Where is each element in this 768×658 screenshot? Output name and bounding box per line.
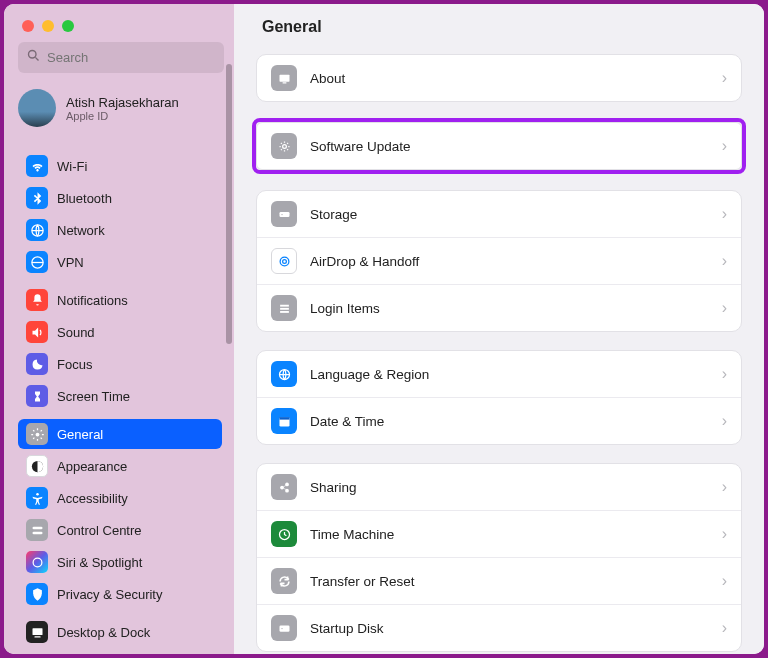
- svg-rect-12: [279, 74, 289, 81]
- svg-rect-8: [32, 531, 42, 534]
- sidebar: Atish Rajasekharan Apple ID Wi-Fi Blueto…: [4, 4, 234, 654]
- sidebar-scrollbar[interactable]: [226, 64, 232, 344]
- avatar: [18, 89, 56, 127]
- row-label: Login Items: [310, 301, 709, 316]
- chevron-right-icon: ›: [722, 365, 727, 383]
- startup-disk-icon: [271, 615, 297, 641]
- row-software-update[interactable]: Software Update ›: [257, 123, 741, 169]
- panel-about: About ›: [256, 54, 742, 102]
- sharing-icon: [271, 474, 297, 500]
- svg-point-0: [29, 51, 37, 59]
- chevron-right-icon: ›: [722, 412, 727, 430]
- search-icon: [26, 48, 41, 67]
- row-label: Language & Region: [310, 367, 709, 382]
- row-airdrop[interactable]: AirDrop & Handoff ›: [257, 238, 741, 285]
- sidebar-item-desktop[interactable]: Desktop & Dock: [18, 617, 222, 647]
- svg-line-1: [35, 57, 38, 60]
- panel-storage-group: Storage › AirDrop & Handoff › Login Item…: [256, 190, 742, 332]
- svg-rect-13: [282, 82, 286, 83]
- bluetooth-icon: [26, 187, 48, 209]
- row-startup-disk[interactable]: Startup Disk ›: [257, 605, 741, 651]
- chevron-right-icon: ›: [722, 252, 727, 270]
- sidebar-item-screentime[interactable]: Screen Time: [18, 381, 222, 411]
- svg-rect-19: [280, 304, 289, 306]
- privacy-icon: [26, 583, 48, 605]
- chevron-right-icon: ›: [722, 69, 727, 87]
- row-transfer-reset[interactable]: Transfer or Reset ›: [257, 558, 741, 605]
- user-name: Atish Rajasekharan: [66, 95, 179, 110]
- row-login-items[interactable]: Login Items ›: [257, 285, 741, 331]
- sidebar-item-focus[interactable]: Focus: [18, 349, 222, 379]
- row-date-time[interactable]: Date & Time ›: [257, 398, 741, 444]
- screentime-icon: [26, 385, 48, 407]
- login-items-icon: [271, 295, 297, 321]
- row-time-machine[interactable]: Time Machine ›: [257, 511, 741, 558]
- language-icon: [271, 361, 297, 387]
- sidebar-item-siri[interactable]: Siri & Spotlight: [18, 547, 222, 577]
- sidebar-item-network[interactable]: Network: [18, 215, 222, 245]
- sidebar-item-notifications[interactable]: Notifications: [18, 285, 222, 315]
- page-title: General: [262, 18, 742, 36]
- wifi-icon: [26, 155, 48, 177]
- maximize-button[interactable]: [62, 20, 74, 32]
- sidebar-item-label: Bluetooth: [57, 191, 112, 206]
- sidebar-item-wifi[interactable]: Wi-Fi: [18, 151, 222, 181]
- row-label: Startup Disk: [310, 621, 709, 636]
- user-sub: Apple ID: [66, 110, 179, 122]
- sidebar-item-label: Focus: [57, 357, 92, 372]
- accessibility-icon: [26, 487, 48, 509]
- sidebar-item-label: Notifications: [57, 293, 128, 308]
- storage-icon: [271, 201, 297, 227]
- sidebar-item-controlcentre[interactable]: Control Centre: [18, 515, 222, 545]
- svg-rect-15: [279, 212, 289, 217]
- sidebar-item-bluetooth[interactable]: Bluetooth: [18, 183, 222, 213]
- sidebar-item-sound[interactable]: Sound: [18, 317, 222, 347]
- row-label: About: [310, 71, 709, 86]
- sidebar-item-label: General: [57, 427, 103, 442]
- sidebar-item-general[interactable]: General: [18, 419, 222, 449]
- panel-language-group: Language & Region › Date & Time ›: [256, 350, 742, 445]
- sidebar-item-appearance[interactable]: Appearance: [18, 451, 222, 481]
- desktop-icon: [26, 621, 48, 643]
- transfer-reset-icon: [271, 568, 297, 594]
- minimize-button[interactable]: [42, 20, 54, 32]
- chevron-right-icon: ›: [722, 525, 727, 543]
- sidebar-list: Wi-Fi Bluetooth Network VPN Notification…: [4, 141, 234, 654]
- row-sharing[interactable]: Sharing ›: [257, 464, 741, 511]
- search-input[interactable]: [47, 50, 216, 65]
- focus-icon: [26, 353, 48, 375]
- row-storage[interactable]: Storage ›: [257, 191, 741, 238]
- general-icon: [26, 423, 48, 445]
- appearance-icon: [26, 455, 48, 477]
- svg-rect-11: [34, 636, 40, 637]
- highlight-software-update: Software Update ›: [252, 118, 746, 174]
- software-update-icon: [271, 133, 297, 159]
- search-box[interactable]: [18, 42, 224, 73]
- row-about[interactable]: About ›: [257, 55, 741, 101]
- row-language[interactable]: Language & Region ›: [257, 351, 741, 398]
- sidebar-item-accessibility[interactable]: Accessibility: [18, 483, 222, 513]
- row-label: Time Machine: [310, 527, 709, 542]
- window-controls: [4, 4, 234, 42]
- sidebar-item-label: Desktop & Dock: [57, 625, 150, 640]
- svg-rect-20: [280, 307, 289, 309]
- sidebar-item-label: Network: [57, 223, 105, 238]
- vpn-icon: [26, 251, 48, 273]
- sidebar-item-label: Wi-Fi: [57, 159, 87, 174]
- sidebar-item-label: VPN: [57, 255, 84, 270]
- svg-rect-7: [32, 526, 42, 529]
- controlcentre-icon: [26, 519, 48, 541]
- svg-point-9: [33, 558, 42, 567]
- sidebar-item-privacy[interactable]: Privacy & Security: [18, 579, 222, 609]
- chevron-right-icon: ›: [722, 205, 727, 223]
- chevron-right-icon: ›: [722, 137, 727, 155]
- svg-point-6: [36, 492, 39, 495]
- panel-software-update: Software Update ›: [256, 122, 742, 170]
- row-label: Storage: [310, 207, 709, 222]
- sidebar-item-vpn[interactable]: VPN: [18, 247, 222, 277]
- sound-icon: [26, 321, 48, 343]
- close-button[interactable]: [22, 20, 34, 32]
- chevron-right-icon: ›: [722, 619, 727, 637]
- svg-point-17: [282, 259, 286, 263]
- apple-id-row[interactable]: Atish Rajasekharan Apple ID: [4, 85, 234, 141]
